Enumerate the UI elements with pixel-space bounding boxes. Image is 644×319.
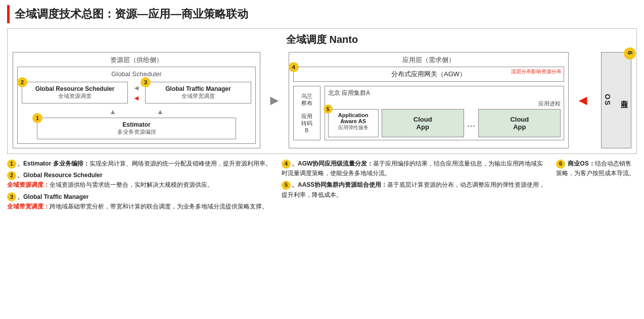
desc-item-3: 3、Global Traffic Manager bbox=[7, 192, 273, 202]
biz-os-box: 6 商业OS bbox=[601, 52, 631, 148]
diagram-main-title: 全域调度 Nanto bbox=[286, 33, 358, 46]
desc-item-1: 1、Estimator 多业务编排：实现全局计算、网络资源的统一分配及错峰使用，… bbox=[7, 159, 273, 169]
desc-item-2: 2、Global Resource Scheduler bbox=[7, 171, 273, 180]
beijing-label: 北京 应用集群A bbox=[328, 89, 561, 97]
cluster-row: 乌兰察布应用转码B 北京 应用集群A 应用进程 5 ApplicationAwa… bbox=[293, 86, 565, 140]
app-layer: 应用层（需求侧） 4 分布式应用网关（AGW） 流层分布影响资源分布 乌兰察布应… bbox=[289, 52, 569, 148]
desc-badge-6: 6 bbox=[556, 160, 565, 169]
small-cluster: 乌兰察布应用转码B bbox=[293, 86, 320, 140]
desc-item4-title: 、AGW协同应用级流量分发： bbox=[292, 160, 373, 167]
small-cluster-label: 乌兰察布应用转码B bbox=[301, 93, 312, 133]
gtm-sub: 全域带宽调度 bbox=[150, 92, 247, 100]
app-process-row: 5 ApplicationAware AS 应用弹性服务 CloudApp bbox=[328, 109, 561, 137]
resource-layer: 资源层（供给侧） Global Scheduler 2 Global Resou… bbox=[13, 52, 260, 148]
desc-col-2: 4、AGW协同应用级流量分发：基于应用编排的结果，结合应用流量信息，为输出应用跨… bbox=[282, 159, 556, 211]
desc-item-6: 6 商业OS：结合动态销售策略，为客户按照成本导流。 bbox=[556, 159, 637, 178]
cloud-app-1-label: CloudApp bbox=[413, 116, 432, 131]
desc-item6-title: 商业OS： bbox=[566, 160, 595, 167]
grs-box: 2 Global Resource Scheduler 全域资源调度 bbox=[22, 82, 128, 103]
desc-badge-4: 4 bbox=[282, 160, 291, 169]
app-layer-title: 应用层（需求侧） bbox=[293, 56, 565, 65]
title-accent bbox=[7, 5, 10, 23]
app-service-box: 5 ApplicationAware AS 应用弹性服务 bbox=[328, 109, 379, 137]
desc-badge-5: 5 bbox=[282, 181, 291, 190]
app-service-sub: 应用弹性服务 bbox=[331, 124, 376, 131]
biz-os-label: 商业OS bbox=[604, 94, 629, 106]
title-bar: 全域调度技术总图：资源—应用—商业策略联动 bbox=[7, 5, 637, 23]
desc-item3-subtitle: 全域带宽调度： bbox=[7, 203, 50, 210]
desc-item3-text: 跨地域基础带宽分析，带宽和计算的联合调度，为业务多地域分流提供策略支撑。 bbox=[50, 203, 268, 210]
badge-1: 1 bbox=[32, 113, 42, 123]
desc-item1-text: 实现全局计算、网络资源的统一分配及错峰使用，提升资源利用率。 bbox=[89, 160, 271, 167]
agw-label: 分布式应用网关（AGW） bbox=[391, 70, 466, 78]
agw-box: 4 分布式应用网关（AGW） 流层分布影响资源分布 bbox=[293, 67, 565, 82]
desc-item-2-body: 全域资源调度：全域资源供给与需求统一整合，实时解决大规模的资源供应。 bbox=[7, 180, 273, 190]
dots-separator: ... bbox=[467, 118, 476, 129]
desc-section: 1、Estimator 多业务编排：实现全局计算、网络资源的统一分配及错峰使用，… bbox=[7, 159, 637, 211]
cloud-app-box-1: CloudApp bbox=[382, 109, 464, 137]
red-annotation: 流层分布影响资源分布 bbox=[511, 68, 562, 75]
desc-item-4: 4、AGW协同应用级流量分发：基于应用编排的结果，结合应用流量信息，为输出应用跨… bbox=[282, 159, 548, 178]
grs-sub: 全域资源调度 bbox=[26, 92, 123, 100]
global-scheduler-box: Global Scheduler 2 Global Resource Sched… bbox=[17, 67, 256, 144]
beijing-cluster: 北京 应用集群A 应用进程 5 ApplicationAware AS 应用弹性… bbox=[325, 86, 565, 140]
desc-item2-text: 全域资源供给与需求统一整合，实时解决大规模的资源供应。 bbox=[50, 181, 213, 188]
desc-item5-title: 、AASS协同集群内资源组合使用： bbox=[292, 181, 387, 188]
desc-item3-title: 、Global Traffic Manager bbox=[17, 193, 88, 200]
desc-item1-title: 、Estimator 多业务编排： bbox=[17, 160, 89, 167]
estimator-box: 1 Estimator 多业务资源编排 bbox=[37, 118, 236, 139]
gtm-box: 3 Global Traffic Manager 全域带宽调度 bbox=[145, 82, 251, 103]
desc-col-3: 6 商业OS：结合动态销售策略，为客户按照成本导流。 bbox=[556, 159, 637, 211]
desc-col-1: 1、Estimator 多业务编排：实现全局计算、网络资源的统一分配及错峰使用，… bbox=[7, 159, 282, 211]
desc-badge-1: 1 bbox=[7, 160, 16, 169]
grs-title: Global Resource Scheduler bbox=[26, 85, 123, 92]
badge-6: 6 bbox=[624, 47, 636, 60]
scheduler-row: 2 Global Resource Scheduler 全域资源调度 ◄ ◄ 3 bbox=[22, 82, 251, 103]
badge-3: 3 bbox=[141, 77, 151, 87]
desc-badge-3: 3 bbox=[7, 192, 16, 201]
badge-2: 2 bbox=[17, 77, 27, 87]
desc-item-3-body: 全域带宽调度：跨地域基础带宽分析，带宽和计算的联合调度，为业务多地域分流提供策略… bbox=[7, 202, 273, 211]
diagram-section: 全域调度 Nanto 资源层（供给侧） Global Scheduler 2 G… bbox=[7, 28, 637, 154]
global-scheduler-label: Global Scheduler bbox=[22, 70, 251, 78]
gtm-title: Global Traffic Manager bbox=[150, 85, 247, 92]
biz-arrow: ◄ bbox=[574, 52, 592, 148]
badge-5: 5 bbox=[324, 104, 333, 114]
cloud-app-box-2: CloudApp bbox=[478, 109, 561, 137]
app-process-label: 应用进程 bbox=[328, 100, 561, 108]
diagram-inner: 资源层（供给侧） Global Scheduler 2 Global Resou… bbox=[13, 52, 631, 148]
desc-item2-title: 、Global Resource Scheduler bbox=[17, 172, 103, 179]
app-service-title: ApplicationAware AS bbox=[331, 112, 376, 124]
page-wrapper: 全域调度技术总图：资源—应用—商业策略联动 全域调度 Nanto 资源层（供给侧… bbox=[0, 0, 644, 217]
resource-layer-title: 资源层（供给侧） bbox=[17, 56, 256, 65]
desc-badge-2: 2 bbox=[7, 171, 16, 180]
desc-item2-subtitle: 全域资源调度： bbox=[7, 181, 50, 188]
desc-item-5: 5、AASS协同集群内资源组合使用：基于底层计算资源的分布，动态调整应用的弹性资… bbox=[282, 180, 548, 199]
inter-layer-arrow: ► bbox=[265, 52, 284, 148]
cloud-app-2-label: CloudApp bbox=[510, 116, 529, 131]
estimator-sub: 多业务资源编排 bbox=[41, 128, 232, 136]
estimator-title: Estimator bbox=[41, 121, 232, 128]
cloud-apps-row: CloudApp ... CloudApp bbox=[382, 109, 561, 137]
badge-4: 4 bbox=[289, 62, 299, 72]
page-title: 全域调度技术总图：资源—应用—商业策略联动 bbox=[15, 7, 248, 22]
